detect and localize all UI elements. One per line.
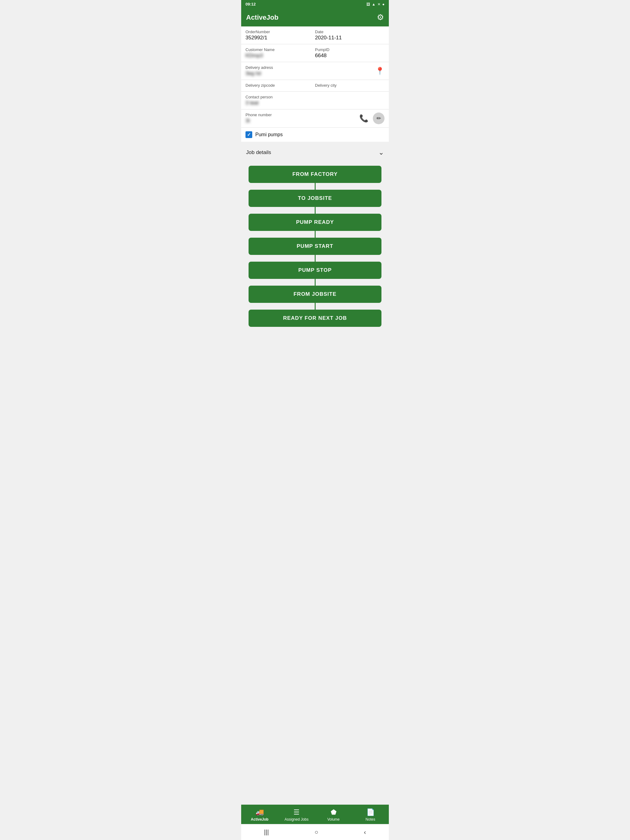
android-menu-button[interactable]: ||| bbox=[256, 827, 276, 837]
wifi-icon: ▲ bbox=[372, 2, 375, 6]
workflow-connector-6 bbox=[315, 303, 316, 309]
activejob-nav-label: ActiveJob bbox=[251, 817, 268, 821]
date-value: 2020-11-11 bbox=[315, 35, 385, 41]
delivery-address-cell: Delivery adress 3eg Ist bbox=[245, 65, 375, 77]
zipcode-cell: Delivery zipcode bbox=[245, 83, 315, 88]
android-home-button[interactable]: ○ bbox=[307, 827, 326, 837]
order-number-cell: OrderNumber 352992/1 bbox=[245, 30, 315, 41]
phone-number-value: 3t bbox=[245, 118, 358, 124]
android-nav-bar: ||| ○ ‹ bbox=[241, 824, 389, 840]
workflow-connector-4 bbox=[315, 255, 316, 262]
city-cell: Delivery city bbox=[315, 83, 385, 88]
pumi-pumps-checkbox[interactable] bbox=[245, 131, 252, 138]
settings-icon[interactable]: ⚙ bbox=[377, 13, 384, 22]
nav-item-volume[interactable]: ⬟ Volume bbox=[315, 807, 352, 823]
delivery-address-label: Delivery adress bbox=[245, 65, 375, 70]
bottom-nav: 🚚 ActiveJob ☰ Assigned Jobs ⬟ Volume 📄 N… bbox=[241, 805, 389, 824]
pump-id-cell: PumpID 6648 bbox=[315, 47, 385, 59]
pump-id-value: 6648 bbox=[315, 52, 385, 59]
status-time: 09:12 bbox=[245, 2, 256, 6]
from-jobsite-button[interactable]: FROM JOBSITE bbox=[249, 286, 381, 303]
phone-number-cell: Phone number 3t bbox=[245, 112, 358, 124]
zipcode-city-row: Delivery zipcode Delivery city bbox=[241, 80, 389, 92]
contact-person-value: 3 teat bbox=[245, 100, 385, 106]
android-back-button[interactable]: ‹ bbox=[356, 827, 374, 837]
map-pin-icon[interactable]: 📍 bbox=[375, 67, 385, 75]
from-factory-button[interactable]: FROM FACTORY bbox=[249, 166, 381, 183]
order-number-label: OrderNumber bbox=[245, 30, 315, 34]
workflow-connector-3 bbox=[315, 231, 316, 238]
phone-edit-icons: 📞 ✏ bbox=[358, 112, 385, 124]
pump-stop-button[interactable]: PUMP STOP bbox=[249, 262, 381, 279]
main-content: OrderNumber 352992/1 Date 2020-11-11 Cus… bbox=[241, 27, 389, 805]
volume-icon: ⬟ bbox=[331, 808, 337, 816]
phone-number-label: Phone number bbox=[245, 112, 358, 117]
customer-pump-row: Customer Name KDmp3 PumpID 6648 bbox=[241, 44, 389, 62]
phone-icon[interactable]: 📞 bbox=[358, 112, 370, 124]
workflow-connector-5 bbox=[315, 279, 316, 286]
delivery-address-row: Delivery adress 3eg Ist 📍 bbox=[241, 62, 389, 80]
edit-icon[interactable]: ✏ bbox=[373, 112, 385, 124]
contact-person-label: Contact person bbox=[245, 95, 385, 99]
date-cell: Date 2020-11-11 bbox=[315, 30, 385, 41]
app-bar: ActiveJob ⚙ bbox=[241, 8, 389, 27]
pump-ready-button[interactable]: PUMP READY bbox=[249, 214, 381, 231]
info-card: OrderNumber 352992/1 Date 2020-11-11 Cus… bbox=[241, 27, 389, 142]
image-icon: 🖼 bbox=[366, 2, 370, 6]
nav-item-notes[interactable]: 📄 Notes bbox=[352, 807, 389, 823]
workflow-connector-2 bbox=[315, 207, 316, 214]
status-icons: 🖼 ▲ ✕ ● bbox=[366, 2, 385, 6]
job-details-title: Job details bbox=[246, 149, 271, 156]
assigned-jobs-nav-label: Assigned Jobs bbox=[285, 817, 309, 821]
date-label: Date bbox=[315, 30, 385, 34]
contact-person-row: Contact person 3 teat bbox=[241, 92, 389, 109]
dot-icon: ● bbox=[382, 2, 385, 6]
nav-item-assigned-jobs[interactable]: ☰ Assigned Jobs bbox=[278, 807, 315, 823]
status-bar: 09:12 🖼 ▲ ✕ ● bbox=[241, 0, 389, 8]
job-details-section[interactable]: Job details ⌄ bbox=[241, 144, 389, 161]
pump-start-button[interactable]: PUMP START bbox=[249, 238, 381, 255]
volume-nav-label: Volume bbox=[327, 817, 340, 821]
customer-name-cell: Customer Name KDmp3 bbox=[245, 47, 315, 59]
order-number-value: 352992/1 bbox=[245, 35, 315, 41]
delivery-address-value: 3eg Ist bbox=[245, 70, 375, 77]
customer-name-value: KDmp3 bbox=[245, 52, 315, 59]
order-date-row: OrderNumber 352992/1 Date 2020-11-11 bbox=[241, 27, 389, 44]
notes-nav-label: Notes bbox=[366, 817, 375, 821]
chevron-down-icon: ⌄ bbox=[378, 148, 384, 156]
app-title: ActiveJob bbox=[246, 14, 279, 22]
notes-icon: 📄 bbox=[366, 808, 375, 816]
workflow-container: FROM FACTORY TO JOBSITE PUMP READY PUMP … bbox=[241, 161, 389, 332]
customer-name-label: Customer Name bbox=[245, 47, 315, 52]
phone-number-row: Phone number 3t 📞 ✏ bbox=[241, 109, 389, 128]
assigned-jobs-icon: ☰ bbox=[293, 808, 300, 816]
zipcode-label: Delivery zipcode bbox=[245, 83, 315, 88]
pumi-pumps-row: Pumi pumps bbox=[241, 128, 389, 142]
to-jobsite-button[interactable]: TO JOBSITE bbox=[249, 190, 381, 207]
pumi-pumps-label: Pumi pumps bbox=[255, 132, 283, 137]
ready-for-next-job-button[interactable]: READY FOR NEXT JOB bbox=[249, 309, 381, 327]
pump-id-label: PumpID bbox=[315, 47, 385, 52]
city-label: Delivery city bbox=[315, 83, 385, 88]
workflow-connector-1 bbox=[315, 183, 316, 190]
nav-item-activejob[interactable]: 🚚 ActiveJob bbox=[241, 807, 278, 823]
signal-icon: ✕ bbox=[377, 2, 380, 6]
activejob-icon: 🚚 bbox=[256, 808, 264, 816]
contact-person-cell: Contact person 3 teat bbox=[245, 95, 385, 106]
